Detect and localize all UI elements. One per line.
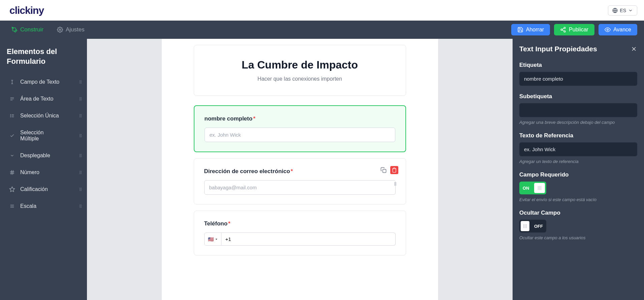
svg-point-43 [81,154,82,155]
prop-hide-hint: Ocultar este campo a los usuarios [519,235,637,240]
svg-rect-74 [382,169,386,173]
svg-point-56 [80,173,80,174]
pen-icon [11,27,18,33]
svg-point-61 [80,189,80,190]
field-name-card[interactable]: nombre completo* [194,105,406,152]
svg-point-80 [395,185,396,185]
svg-point-27 [10,114,11,115]
save-label: Ahorrar [526,27,544,33]
svg-point-42 [80,154,80,155]
tab-build[interactable]: Construir [11,26,43,33]
nav-actions: Ahorrar Publicar Avance [511,24,637,35]
menu-icon [9,204,16,209]
element-rating[interactable]: Calificación [7,182,87,197]
globe-icon [612,8,618,13]
element-scale[interactable]: Escala [7,198,87,214]
svg-point-36 [80,134,80,135]
field-email-card[interactable]: Dirección de correo electrónico* [194,158,406,204]
svg-point-4 [561,29,562,31]
tab-settings[interactable]: Ajustes [57,26,85,33]
hide-toggle[interactable]: OFF [519,220,546,233]
close-panel-button[interactable] [631,46,637,52]
prop-label-input[interactable] [519,72,637,86]
prop-required-title: Campo Requerido [519,171,637,178]
drag-handle-icon[interactable] [78,170,83,175]
form-canvas: La Cumbre de Impacto Hacer que las conex… [87,39,513,300]
chevron-down-icon [9,153,16,158]
publish-button[interactable]: Publicar [554,24,594,35]
svg-point-21 [81,99,82,99]
properties-panel: Text Input Propiedades Etiqueta Subetiqu… [513,39,644,300]
svg-point-78 [395,184,396,184]
save-icon [517,27,523,33]
field-drag-handle[interactable] [393,182,398,186]
required-toggle[interactable]: ON [519,182,546,194]
prop-sublabel-hint: Agregar una breve descripción debajo del… [519,120,637,125]
svg-point-33 [81,115,82,116]
prop-hide-title: Ocultar Campo [519,210,637,216]
svg-point-3 [564,27,565,29]
lines-icon [9,97,16,101]
prop-sublabel-input[interactable] [519,103,637,117]
svg-point-41 [81,137,82,137]
prop-required-hint: Evitar el envío si este campo está vacío [519,197,637,202]
language-selector[interactable]: ES [608,5,637,16]
form-header-card[interactable]: La Cumbre de Impacto Hacer que las conex… [194,45,406,96]
svg-point-47 [81,157,82,157]
svg-point-44 [80,155,80,156]
svg-point-32 [80,115,80,116]
drag-handle-icon[interactable] [78,113,83,118]
svg-point-19 [81,98,82,98]
drag-handle-icon[interactable] [78,187,83,192]
element-dropdown[interactable]: Desplegable [7,148,87,163]
element-textarea[interactable]: Área de Texto [7,91,87,107]
svg-point-73 [81,207,82,208]
country-code-select[interactable]: 🇺🇸 [204,233,221,246]
element-number[interactable]: Número [7,165,87,180]
tab-build-label: Construir [20,26,43,33]
toggle-state: OFF [531,224,546,229]
sidebar-title: Elementos del Formulario [7,47,87,66]
svg-marker-58 [10,187,15,192]
svg-point-60 [81,188,82,189]
element-label: Desplegable [20,153,50,159]
check-icon [9,133,16,138]
svg-point-72 [80,207,80,208]
drag-handle-icon[interactable] [78,133,83,138]
save-button[interactable]: Ahorrar [511,24,550,35]
svg-point-77 [394,184,395,184]
field-phone-card[interactable]: Teléfono* 🇺🇸 [194,211,406,255]
svg-line-6 [562,30,564,31]
element-single-select[interactable]: Selección Única [7,108,87,124]
svg-point-68 [80,205,80,206]
duplicate-button[interactable] [379,166,388,174]
svg-point-40 [80,137,80,137]
drag-handle-icon[interactable] [78,80,83,84]
svg-point-63 [80,190,80,191]
field-name-input[interactable] [205,128,395,142]
svg-point-13 [80,83,80,84]
svg-point-38 [80,135,80,136]
logo: clickiny [9,5,44,16]
svg-point-5 [564,31,565,32]
drag-handle-icon[interactable] [78,97,83,101]
element-multi-select[interactable]: Selección Múltiple [7,125,87,146]
drag-handle-icon[interactable] [78,204,83,209]
svg-point-20 [80,99,80,99]
field-phone-input[interactable] [221,233,396,246]
chevron-down-icon [215,238,218,241]
preview-label: Avance [613,27,631,33]
hash-icon [9,169,16,175]
text-cursor-icon [9,79,16,85]
field-email-input[interactable] [204,180,396,195]
svg-point-12 [81,82,82,82]
element-text-field[interactable]: Campo de Texto [7,74,87,90]
star-icon [9,186,16,192]
svg-point-2 [59,29,61,31]
drag-handle-icon[interactable] [78,153,83,158]
delete-button[interactable] [390,166,398,174]
prop-placeholder-input[interactable] [519,142,637,156]
preview-button[interactable]: Avance [599,24,637,35]
toggle-state: ON [519,186,533,191]
navbar: Construir Ajustes Ahorrar Publicar Avanc… [0,21,644,39]
